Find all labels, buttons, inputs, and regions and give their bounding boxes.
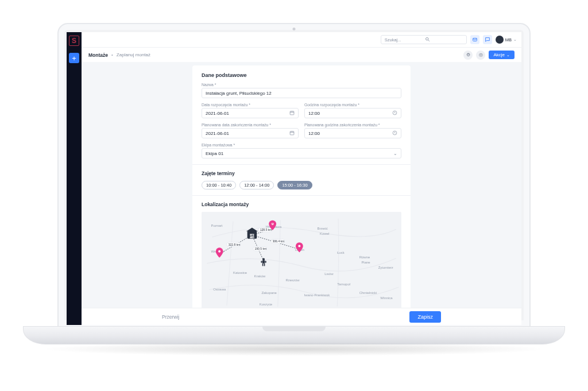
svg-point-49	[218, 250, 220, 253]
name-field[interactable]: Instalacja grunt, Piłsudskiego 12	[202, 88, 401, 98]
svg-rect-8	[290, 131, 294, 134]
save-button[interactable]: Zapisz	[409, 311, 441, 323]
svg-text:Iwano-Frankiwsk: Iwano-Frankiwsk	[304, 293, 330, 297]
search-input[interactable]: Szukaj...	[381, 35, 467, 44]
svg-point-0	[425, 37, 428, 40]
svg-rect-55	[261, 261, 262, 263]
svg-text:Kraków: Kraków	[254, 274, 266, 278]
svg-rect-53	[262, 264, 264, 266]
svg-rect-52	[262, 260, 265, 263]
svg-text:Równe: Równe	[359, 255, 370, 259]
svg-text:Piane: Piane	[361, 261, 370, 264]
target-icon[interactable]: ◎	[476, 51, 485, 60]
add-button[interactable]: +	[69, 53, 79, 63]
messages-icon[interactable]	[483, 35, 492, 44]
svg-text:322.8 km: 322.8 km	[229, 243, 241, 246]
svg-text:Chmielnicki: Chmielnicki	[359, 291, 377, 295]
start-time-field[interactable]: 12:00	[304, 108, 401, 118]
name-value: Instalacja grunt, Piłsudskiego 12	[206, 91, 397, 96]
end-time-label: Planowana godzina zakończenia montażu *	[304, 123, 401, 127]
svg-text:Koszyce: Koszyce	[260, 303, 273, 306]
svg-text:Ostrawa: Ostrawa	[213, 288, 226, 291]
chevron-down-icon: ⌄	[506, 53, 510, 57]
user-menu[interactable]: MB ⌄	[496, 36, 517, 44]
svg-text:Łuck: Łuck	[337, 251, 345, 254]
svg-rect-56	[265, 261, 266, 263]
form-card: Dane podstawowe Nazwa * Instalacja grunt…	[192, 65, 411, 308]
breadcrumb-current: Zaplanuj montaż	[117, 52, 150, 57]
busy-title: Zajęte terminy	[202, 171, 401, 176]
svg-line-1	[428, 40, 429, 41]
end-time-value: 12:00	[308, 131, 392, 136]
app-logo-icon: S	[69, 36, 79, 46]
actions-button[interactable]: Akcje ⌄	[489, 51, 514, 59]
svg-text:Tarnopol: Tarnopol	[337, 282, 350, 286]
svg-rect-54	[264, 264, 265, 266]
end-date-value: 2021-06-01	[206, 131, 289, 136]
svg-text:Katowice: Katowice	[233, 271, 247, 274]
svg-text:128.5 km: 128.5 km	[260, 228, 272, 231]
team-select[interactable]: Ekipa 01 ⌄	[202, 148, 401, 158]
svg-text:Lwów: Lwów	[324, 272, 334, 276]
gear-icon[interactable]: ⚙	[463, 51, 473, 60]
svg-text:Koweł: Koweł	[320, 232, 330, 235]
svg-point-50	[298, 245, 300, 247]
start-time-value: 12:00	[308, 111, 392, 116]
actions-label: Akcje	[493, 52, 505, 57]
svg-text:Winnica: Winnica	[380, 296, 393, 300]
svg-point-51	[262, 258, 265, 260]
app-sidebar: S +	[67, 32, 82, 325]
team-value: Ekipa 01	[206, 151, 393, 156]
busy-slot[interactable]: 10:00 - 10:40	[202, 181, 236, 189]
svg-text:Żytomierz: Żytomierz	[378, 266, 393, 269]
svg-text:Rzeszów: Rzeszów	[286, 278, 300, 282]
svg-text:190.5 km: 190.5 km	[254, 247, 266, 250]
svg-rect-37	[250, 235, 254, 237]
search-icon	[425, 37, 463, 43]
end-date-label: Planowana data zakończenia montażu *	[202, 123, 299, 127]
breadcrumb-separator: •	[111, 52, 113, 57]
clock-icon	[392, 110, 397, 117]
section-basic-title: Dane podstawowe	[202, 72, 401, 78]
breadcrumb-bar: Montaże • Zaplanuj montaż ⚙ ◎ Akcje ⌄	[82, 47, 521, 62]
svg-rect-3	[290, 111, 294, 114]
breadcrumb-root[interactable]: Montaże	[88, 52, 108, 58]
calendar-icon	[289, 110, 295, 117]
busy-slot[interactable]: 12:00 - 14:00	[239, 181, 274, 189]
cancel-button[interactable]: Przerwij	[162, 314, 179, 320]
user-initials: MB	[505, 37, 512, 42]
avatar	[496, 36, 504, 44]
clock-icon	[392, 130, 397, 137]
start-date-field[interactable]: 2021-06-01	[202, 108, 299, 118]
chevron-down-icon: ⌄	[513, 37, 517, 42]
notification-icon[interactable]	[470, 35, 479, 44]
busy-slot[interactable]: 15:00 - 16:30	[277, 181, 312, 189]
start-date-value: 2021-06-01	[206, 111, 289, 116]
map-title: Lokalizacja montaży	[202, 202, 401, 207]
start-date-label: Data rozpoczęcia montażu *	[202, 103, 299, 107]
form-footer: Przerwij Zapisz	[82, 308, 521, 325]
search-placeholder: Szukaj...	[385, 37, 423, 42]
busy-slot-list: 10:00 - 10:4012:00 - 14:0015:00 - 16:30	[202, 181, 401, 189]
name-label: Nazwa *	[202, 83, 401, 87]
chevron-down-icon: ⌄	[393, 151, 397, 156]
svg-text:306.4 km: 306.4 km	[273, 239, 285, 243]
svg-text:Poznań: Poznań	[211, 224, 222, 227]
svg-text:Brześć: Brześć	[317, 227, 327, 230]
calendar-icon	[289, 130, 295, 137]
svg-text:Zakopane: Zakopane	[261, 291, 277, 295]
topbar: Szukaj... MB ⌄	[82, 32, 521, 47]
start-time-label: Godzina rozpoczęcia montażu *	[304, 103, 401, 107]
svg-rect-38	[250, 237, 254, 238]
end-date-field[interactable]: 2021-06-01	[202, 128, 299, 138]
team-label: Ekipa montażowa *	[202, 143, 401, 147]
location-map[interactable]: Poznań Warszawa Brześć Koweł Wrocław Lub…	[202, 212, 401, 308]
end-time-field[interactable]: 12:00	[304, 128, 401, 138]
